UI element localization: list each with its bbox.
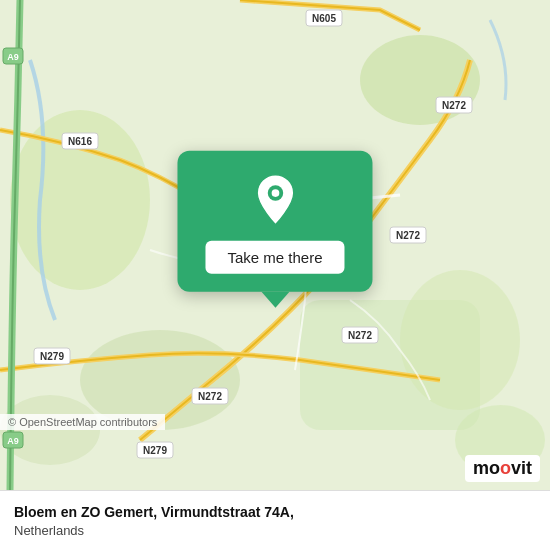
svg-text:N616: N616 — [68, 136, 92, 147]
svg-text:A9: A9 — [7, 52, 19, 62]
svg-point-6 — [0, 395, 100, 465]
country-line: Netherlands — [14, 523, 536, 538]
take-me-there-button[interactable]: Take me there — [205, 241, 344, 274]
svg-text:A9: A9 — [7, 436, 19, 446]
copyright-bar: © OpenStreetMap contributors — [0, 414, 165, 430]
moovit-dot: o — [500, 458, 511, 479]
copyright-text: © OpenStreetMap contributors — [8, 416, 157, 428]
popup-overlay: Take me there — [177, 151, 372, 308]
svg-text:N272: N272 — [198, 391, 222, 402]
svg-text:N272: N272 — [396, 230, 420, 241]
moovit-text2: vit — [511, 458, 532, 479]
address-line: Bloem en ZO Gemert, Virmundtstraat 74A, — [14, 503, 536, 523]
moovit-logo: moovit — [465, 455, 540, 482]
svg-point-5 — [400, 270, 520, 410]
moovit-text: mo — [473, 458, 500, 479]
map-container: N605 N616 N272 N272 N272 N272 N279 N279 … — [0, 0, 550, 490]
svg-text:N272: N272 — [348, 330, 372, 341]
svg-text:N605: N605 — [312, 13, 336, 24]
svg-text:N272: N272 — [442, 100, 466, 111]
svg-point-29 — [271, 189, 279, 197]
svg-text:N279: N279 — [40, 351, 64, 362]
popup-triangle — [261, 292, 289, 308]
svg-text:N279: N279 — [143, 445, 167, 456]
popup-card: Take me there — [177, 151, 372, 292]
location-pin-icon — [252, 173, 298, 227]
footer: Bloem en ZO Gemert, Virmundtstraat 74A, … — [0, 490, 550, 550]
